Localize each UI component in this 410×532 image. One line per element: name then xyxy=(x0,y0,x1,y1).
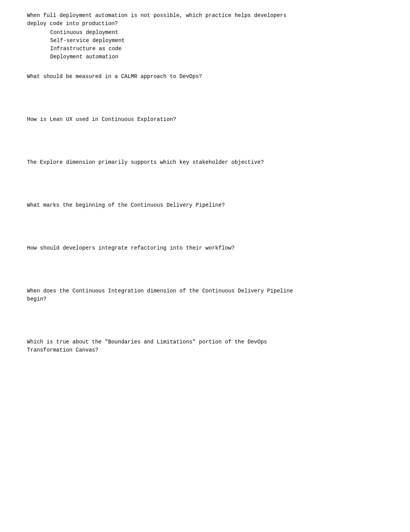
option-1-2: Self-service deployment xyxy=(50,37,383,45)
question-1: When full deployment automation is not p… xyxy=(27,12,383,61)
question-7-text: When does the Continuous Integration dim… xyxy=(27,287,383,303)
question-8-text: Which is true about the "Boundaries and … xyxy=(27,338,383,354)
question-2: What should be measured in a CALMR appro… xyxy=(27,73,383,116)
question-4: The Explore dimension primarily supports… xyxy=(27,158,383,201)
option-1-4: Deployment automation xyxy=(50,53,383,61)
question-6-text: How should developers integrate refactor… xyxy=(27,244,383,252)
option-1-1: Continuous deployment xyxy=(50,29,383,37)
question-8: Which is true about the "Boundaries and … xyxy=(27,338,383,354)
question-7: When does the Continuous Integration dim… xyxy=(27,287,383,338)
question-3: How is Lean UX used in Continuous Explor… xyxy=(27,116,383,158)
question-5: What marks the beginning of the Continuo… xyxy=(27,201,383,244)
question-2-text: What should be measured in a CALMR appro… xyxy=(27,73,383,81)
question-3-text: How is Lean UX used in Continuous Explor… xyxy=(27,116,383,124)
question-1-text: When full deployment automation is not p… xyxy=(27,12,383,28)
question-6: How should developers integrate refactor… xyxy=(27,244,383,287)
question-5-text: What marks the beginning of the Continuo… xyxy=(27,201,383,209)
option-1-3: Infrastructure as code xyxy=(50,45,383,53)
page-content: When full deployment automation is not p… xyxy=(27,12,383,354)
question-4-text: The Explore dimension primarily supports… xyxy=(27,158,383,167)
question-1-options: Continuous deployment Self-service deplo… xyxy=(27,29,383,61)
